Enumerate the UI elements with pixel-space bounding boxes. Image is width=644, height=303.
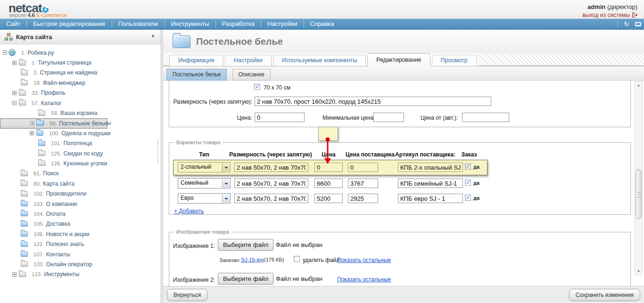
chevron-down-icon[interactable]: ▼ (151, 34, 155, 39)
image1-status: Файл не выбран (276, 241, 322, 248)
variant-sku-input[interactable] (398, 179, 463, 188)
collapse-minus-icon[interactable]: − (3, 50, 7, 55)
expand-plus-icon[interactable]: + (12, 272, 17, 277)
image2-show-rest-link[interactable]: Показать остальные (337, 276, 391, 283)
sidebar-resize-handle[interactable] (157, 139, 158, 163)
tab-5[interactable]: Просмотр (432, 55, 477, 66)
variant-price-input[interactable] (314, 194, 343, 203)
variant-supplier-price-input[interactable] (348, 163, 378, 172)
expand-plus-icon[interactable]: + (12, 91, 17, 95)
back-button[interactable]: Вернуться (167, 289, 207, 301)
tree-item-number: 100. (49, 131, 59, 136)
tree-item[interactable]: 61.Поиск (0, 169, 161, 179)
image2-choose-file-button[interactable]: Выберите файл (218, 273, 273, 285)
variant-supplier-price-input[interactable] (348, 194, 378, 203)
subtab-1[interactable]: Постельное белье (166, 69, 227, 81)
dimensions-input[interactable] (255, 97, 491, 106)
dropdown-arrow-icon[interactable] (222, 163, 230, 172)
tab-4[interactable]: Редактирование (367, 53, 430, 66)
image1-file-link[interactable]: SJ-1b.jpg (241, 257, 264, 262)
image1-choose-file-button[interactable]: Выберите файл (218, 239, 273, 251)
menu-item-7[interactable]: Справка (304, 19, 340, 29)
save-button[interactable]: Сохранить изменения (569, 289, 640, 301)
min-price-input[interactable] (373, 113, 404, 122)
tree-item[interactable]: +1.Титульная страница (0, 57, 161, 67)
vertical-scrollbar[interactable]: ▲ ▼ (635, 81, 643, 275)
tree-item-label: Файл-менеджер (43, 80, 85, 86)
tab-3[interactable]: Используемые компоненты (273, 55, 366, 66)
tab-bar-tabs: ИнформацияНастройкиИспользуемые компонен… (169, 53, 478, 66)
tree-item[interactable]: +100.Одеяла и подушки (0, 128, 161, 138)
dimensions-label: Размерность (через запятую): (169, 98, 252, 105)
variant-sku-input[interactable] (398, 194, 463, 203)
tree-item[interactable]: 102.Производители (0, 188, 161, 198)
tree-item[interactable]: −57.Каталог (0, 98, 161, 108)
variant-dimensions-input[interactable] (234, 194, 308, 203)
sidebar-header[interactable]: Карта сайта ▼ (0, 30, 161, 44)
menu-item-4[interactable]: Инструменты (165, 19, 215, 29)
variant-supplier-price-input[interactable] (348, 179, 378, 188)
dropdown-arrow-icon[interactable] (222, 179, 230, 188)
tree-item-number: 120. (33, 262, 44, 267)
tree-item[interactable]: 128.Кухонные уголки (0, 158, 161, 168)
variant-dimensions-input[interactable] (234, 179, 308, 188)
scroll-down-icon[interactable]: ▼ (635, 270, 642, 273)
collapse-minus-icon[interactable]: − (12, 101, 17, 105)
tree-item[interactable]: +33.Профиль (0, 88, 161, 98)
size-checkbox[interactable] (254, 84, 260, 90)
menu-item-6[interactable]: Настройки (261, 19, 304, 29)
variant-type-select[interactable]: Семейный (178, 178, 231, 188)
logout-link[interactable]: выход из системы (582, 12, 637, 18)
tree-item[interactable]: 101.Полотенца (0, 139, 161, 148)
tree-item[interactable]: 106.Новости и акции (0, 229, 161, 239)
expand-plus-icon[interactable]: + (30, 121, 34, 125)
menu-item-2[interactable]: Быстрое редактирование (27, 19, 112, 29)
variant-price-input[interactable] (314, 179, 343, 188)
dropdown-arrow-icon[interactable] (222, 194, 230, 203)
tree-item[interactable]: 107.Контакты (0, 249, 161, 259)
variant-sku-input[interactable] (398, 163, 463, 172)
variant-type-select[interactable]: 2-спальный (178, 162, 231, 172)
auto-price-label: Цена от (авт.): (421, 115, 458, 121)
tree-item[interactable]: 80.Карта сайта (0, 179, 161, 188)
tree-item[interactable]: 105.Доставка (0, 219, 161, 229)
tree-item[interactable]: +123.Инструменты (0, 270, 161, 279)
tree-item[interactable]: 120.Онлайн оператор (0, 259, 161, 269)
tree-item[interactable]: −1.Робика.ру (0, 48, 161, 57)
scroll-up-icon[interactable]: ▲ (635, 83, 642, 87)
tab-2[interactable]: Настройки (225, 55, 272, 66)
variant-dimensions-input[interactable] (234, 163, 308, 172)
tree-item[interactable]: 125.Скидки по коду (0, 148, 161, 158)
folder-blue-icon (38, 141, 45, 146)
menu-item-5[interactable]: Разработка (216, 19, 261, 29)
tree-item[interactable]: 104.Оплата (0, 209, 161, 219)
image1-delete-checkbox[interactable] (294, 256, 300, 262)
auto-price-input[interactable] (462, 113, 509, 122)
tree-item[interactable]: 2.Страница не найдена (0, 68, 161, 78)
refresh-icon[interactable]: ↻ (624, 21, 629, 27)
image2-label: Изображение 2: (173, 277, 215, 283)
variant-order-checkbox[interactable] (465, 164, 471, 170)
variant-type-select[interactable]: Евро (178, 193, 231, 204)
add-variant-link[interactable]: + Добавить (174, 208, 204, 214)
tree-item[interactable]: 58.Ваша корзина (0, 108, 161, 118)
chat-icon[interactable] (635, 22, 641, 26)
price-input[interactable] (255, 113, 305, 122)
image1-show-rest-link[interactable]: Показать остальные (337, 257, 391, 263)
subtab-2[interactable]: Описание (232, 69, 271, 81)
scrollbar-thumb[interactable] (636, 169, 642, 219)
expand-plus-icon[interactable]: + (12, 61, 17, 65)
tree-item[interactable]: 122.Полезно знать (0, 239, 161, 249)
tree-item-number: 103. (33, 201, 44, 207)
variant-order-checkbox[interactable] (465, 180, 471, 186)
user-name: admin (587, 3, 605, 10)
menu-item-1[interactable]: Сайт (0, 19, 26, 29)
expand-plus-icon[interactable]: + (30, 131, 34, 135)
tree-item[interactable]: 103.О компании (0, 199, 161, 209)
tree-item[interactable]: 18.Файл-менеджер (0, 78, 161, 88)
folder-gray-icon (19, 100, 26, 106)
tab-1[interactable]: Информация (169, 55, 223, 66)
variant-order-checkbox[interactable] (465, 195, 471, 201)
tree-item[interactable]: +98.Постельное белье (0, 118, 107, 129)
menu-item-3[interactable]: Пользователи (112, 19, 165, 29)
